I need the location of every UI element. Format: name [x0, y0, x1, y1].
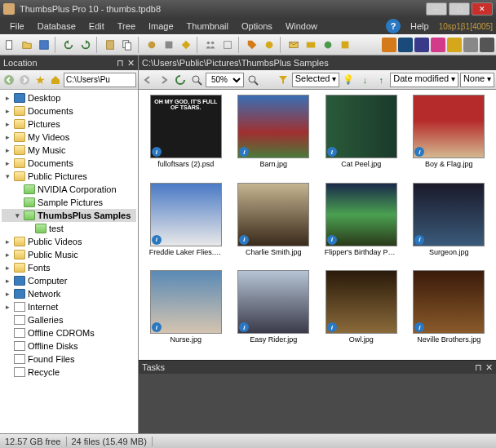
sort-asc-icon[interactable]: ↓ — [357, 73, 372, 87]
thumbnail-image[interactable]: i — [237, 95, 309, 158]
toolbar-btn2[interactable] — [161, 37, 177, 53]
thumbnail-image[interactable]: i — [150, 270, 222, 334]
tree-expand-icon[interactable]: ▸ — [3, 107, 11, 115]
tree-expand-icon[interactable]: ▾ — [13, 211, 21, 220]
pin-icon[interactable]: ⊓ — [117, 58, 124, 69]
app-icon-play[interactable] — [447, 38, 462, 52]
thumbnail-item[interactable]: iOwl.jpg — [319, 270, 404, 355]
app-icon-ai[interactable] — [382, 38, 396, 52]
menu-help[interactable]: Help — [404, 20, 436, 33]
toolbar-copy[interactable] — [119, 37, 135, 53]
thumbnail-image[interactable]: i — [326, 270, 397, 334]
thumbnail-item[interactable]: iCat Peel.jpg — [319, 95, 404, 180]
toolbar-clipboard[interactable] — [102, 37, 118, 53]
menu-options[interactable]: Options — [235, 20, 279, 33]
tree-item[interactable]: ▸Documents — [2, 104, 136, 118]
menu-edit[interactable]: Edit — [82, 20, 111, 33]
app-icon-ps[interactable] — [398, 38, 413, 52]
toolbar-tag[interactable] — [244, 37, 260, 53]
thumbnail-grid[interactable]: OH MY GOD, IT'S FULL OF TSARS.ifulloftsa… — [139, 90, 496, 360]
tree-expand-icon[interactable]: ▸ — [3, 133, 11, 141]
zoom-select[interactable]: 50% — [206, 73, 244, 87]
thumbnail-item[interactable]: iFreddie Laker Flies.jpg — [144, 183, 228, 268]
tree-expand-icon[interactable]: ▸ — [3, 94, 11, 102]
menu-thumbnail[interactable]: Thumbnail — [180, 20, 235, 33]
menu-image[interactable]: Image — [142, 20, 180, 33]
info-icon[interactable]: i — [152, 322, 162, 332]
thumbnail-image[interactable]: i — [413, 95, 485, 158]
thumbnail-image[interactable]: i — [326, 183, 397, 246]
folder-tree[interactable]: ▸Desktop▸Documents▸Pictures▸My Videos▸My… — [0, 90, 138, 433]
tree-expand-icon[interactable]: ▸ — [3, 146, 11, 154]
thumbnail-image[interactable]: i — [237, 270, 309, 334]
tree-item[interactable]: test — [2, 222, 136, 235]
app-icon-app2[interactable] — [480, 38, 494, 52]
menu-database[interactable]: Database — [31, 20, 82, 33]
selected-dropdown[interactable]: Selected ▾ — [292, 73, 340, 87]
thumbnail-item[interactable]: iNurse.jpg — [144, 270, 228, 355]
tree-item[interactable]: Found Files — [2, 353, 136, 366]
filter-icon[interactable] — [276, 73, 290, 87]
toolbar-people[interactable] — [202, 37, 219, 53]
toolbar-btn6[interactable] — [303, 37, 319, 53]
tree-item[interactable]: Offline CDROMs — [2, 326, 136, 339]
toolbar-btn8[interactable] — [337, 37, 353, 53]
tree-item[interactable]: ▾Public Pictures — [2, 170, 136, 183]
menu-file[interactable]: File — [3, 20, 31, 33]
tree-item[interactable]: Offline Disks — [2, 339, 136, 353]
tree-expand-icon[interactable]: ▸ — [3, 237, 11, 246]
tree-expand-icon[interactable]: ▸ — [3, 264, 11, 272]
info-icon[interactable]: i — [327, 322, 337, 332]
thumbnail-item[interactable]: OH MY GOD, IT'S FULL OF TSARS.ifulloftsa… — [144, 95, 228, 180]
tasks-pin-icon[interactable]: ⊓ — [475, 362, 482, 373]
menu-window[interactable]: Window — [279, 20, 324, 33]
thumbnail-item[interactable]: iBoy & Flag.jpg — [407, 95, 492, 180]
tree-expand-icon[interactable]: ▸ — [3, 251, 11, 259]
tree-expand-icon[interactable]: ▸ — [3, 277, 11, 285]
menu-tree[interactable]: Tree — [111, 20, 142, 33]
thumbnail-image[interactable]: i — [413, 270, 485, 334]
toolbar-save[interactable] — [36, 37, 52, 53]
panel-close-icon[interactable]: ✕ — [127, 58, 135, 69]
tree-item[interactable]: NVIDIA Corporation — [2, 183, 136, 196]
info-icon[interactable]: i — [327, 147, 337, 157]
view-back[interactable] — [140, 73, 155, 87]
info-icon[interactable]: i — [239, 235, 249, 245]
tree-expand-icon[interactable]: ▸ — [3, 303, 11, 311]
thumbnail-item[interactable]: iSurgeon.jpg — [407, 183, 492, 268]
toolbar-btn7[interactable] — [320, 37, 336, 53]
tasks-close-icon[interactable]: ✕ — [485, 362, 493, 373]
tree-item[interactable]: ▸Documents — [2, 157, 136, 170]
location-input[interactable] — [64, 73, 136, 87]
thumbnail-item[interactable]: iEasy Rider.jpg — [232, 270, 317, 355]
toolbar-btn3[interactable] — [178, 37, 194, 53]
tree-item[interactable]: ▸Public Music — [2, 248, 136, 261]
toolbar-new[interactable] — [2, 37, 18, 53]
bulb-icon[interactable]: 💡 — [341, 73, 356, 87]
toolbar-rotate-left[interactable] — [60, 37, 77, 53]
view-refresh[interactable] — [173, 73, 188, 87]
view-forward[interactable] — [157, 73, 171, 87]
thumbnail-item[interactable]: iCharlie Smith.jpg — [232, 183, 317, 268]
tree-item[interactable]: ▸Internet — [2, 300, 136, 313]
thumbnail-image[interactable]: i — [150, 183, 222, 246]
tree-expand-icon[interactable]: ▾ — [3, 172, 11, 180]
close-button[interactable]: ✕ — [472, 2, 493, 16]
sort-desc-icon[interactable]: ↑ — [374, 73, 388, 87]
info-icon[interactable]: i — [152, 147, 162, 157]
tree-item[interactable]: Recycle — [2, 366, 136, 379]
tree-item[interactable]: ▸Desktop — [2, 91, 136, 104]
app-icon-cursor[interactable] — [431, 38, 445, 52]
tree-item[interactable]: Galleries — [2, 313, 136, 326]
tree-item[interactable]: ▸My Music — [2, 144, 136, 157]
info-icon[interactable]: i — [414, 147, 424, 157]
toolbar-mail[interactable] — [286, 37, 302, 53]
favorite-icon[interactable]: ★ — [33, 73, 47, 87]
tree-item[interactable]: ▸My Videos — [2, 131, 136, 144]
toolbar-open[interactable] — [19, 37, 35, 53]
sort-by-select[interactable]: Date modified ▾ — [390, 73, 458, 87]
tree-item[interactable]: ▾ThumbsPlus Samples — [2, 209, 136, 222]
tree-expand-icon[interactable]: ▸ — [3, 120, 11, 128]
app-icon-psp[interactable] — [414, 38, 429, 52]
thumbnail-item[interactable]: iBarn.jpg — [232, 95, 317, 180]
